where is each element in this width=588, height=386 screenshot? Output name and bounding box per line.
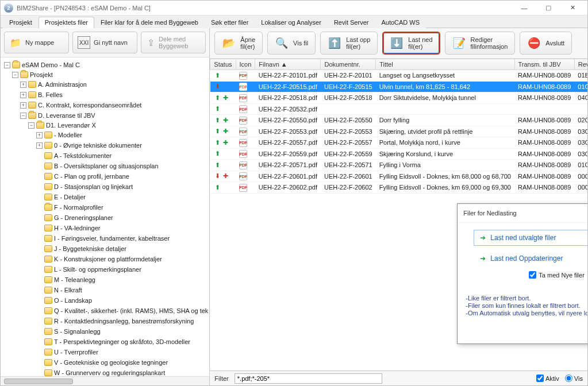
tree-item[interactable]: H - VA-ledninger — [54, 223, 101, 233]
folder-icon — [44, 204, 52, 211]
table-row[interactable]: ⬇✚PDFUEH-22-F-20601.pdfUEH-22-F-20601Fyl… — [210, 171, 587, 182]
download-selected-option[interactable]: ➔ Last ned utvalgte filer — [474, 230, 587, 246]
col-status[interactable]: Status — [210, 59, 236, 70]
table-row[interactable]: ⬆✚PDFUEH-22-F-20518.pdfUEH-22-F-20518Dor… — [210, 92, 587, 104]
tree-item[interactable]: N - Elkraft — [54, 285, 82, 295]
view-file-button[interactable]: 🔍 Vis fil — [267, 32, 316, 55]
tree-item-selected[interactable]: F - Normalprofiler — [54, 203, 103, 212]
tree-item[interactable]: U - Tverrprofiler — [54, 348, 98, 357]
tree-item[interactable]: B - Oversiktsplaner og situasjonsplan — [54, 161, 159, 171]
tree-item[interactable]: A. Administrasjon — [38, 80, 87, 89]
table-row[interactable]: ⬆PDFUEH-22-F-20101.pdfUEH-22-F-20101Lang… — [210, 70, 587, 82]
cell-filnavn: UEH-22-F-20515.pdf — [255, 81, 321, 92]
maximize-button[interactable]: ▢ — [537, 2, 560, 14]
table-row[interactable]: ⬆✚PDFUEH-22-F-20553.pdfUEH-22-F-20553Skj… — [210, 126, 587, 137]
upload-files-button[interactable]: ⬆️ Last oppfil(er) — [320, 32, 378, 55]
vis-radio[interactable] — [565, 375, 572, 382]
table-row[interactable]: ⬆✚PDFUEH-22-F-20557.pdfUEH-22-F-20557Por… — [210, 137, 587, 149]
tree-item[interactable]: J - Byggetekniske detaljer — [54, 244, 126, 253]
tab-revit-server[interactable]: Revit Server — [328, 17, 375, 28]
tab-autocad-ws[interactable]: AutoCAD WS — [375, 17, 426, 28]
expand-toggle[interactable]: + — [20, 102, 26, 109]
tree-item[interactable]: 0 - Øvrige tekniske dokumenter — [54, 141, 142, 150]
folder-icon — [12, 61, 20, 68]
tree-root[interactable]: eSAM Demo - Mal C — [22, 60, 80, 70]
folder-icon — [44, 183, 52, 190]
tab-klare-byggeweb[interactable]: Filer klar for å dele med Byggeweb — [94, 17, 205, 28]
tree-item[interactable]: L - Skilt- og oppmerkingsplaner — [54, 265, 141, 274]
new-folder-button[interactable]: 📁 Ny mappe — [4, 32, 69, 53]
tree-item[interactable]: R - Kontaktledningsanlegg, banestrømsfor… — [54, 316, 194, 326]
filter-input[interactable] — [235, 373, 383, 384]
tree-item[interactable]: W - Grunnerverv og reguleringsplankart — [54, 368, 165, 376]
arrow-right-icon: ➔ — [480, 254, 486, 263]
table-row[interactable]: ⬆PDFUEH-22-F-20571.pdfUEH-22-F-20571Fyll… — [210, 160, 587, 171]
rename-button[interactable]: XXI Gi nytt navn — [72, 32, 137, 53]
edit-fileinfo-button[interactable]: 📝 Redigerfilinformasjon — [445, 32, 516, 55]
expand-toggle[interactable]: − — [12, 72, 18, 78]
download-updates-option[interactable]: ➔ Last ned Oppdateringer — [474, 250, 587, 267]
tree-item[interactable]: - Modeller — [54, 130, 82, 140]
table-row[interactable]: ⬆PDFUEH-22-F-20559.pdfUEH-22-F-20559Skjæ… — [210, 148, 587, 160]
tree-item[interactable]: K - Konstruksjoner og plattformdetaljer — [54, 254, 162, 264]
close-button[interactable]: ✕ — [561, 2, 584, 14]
expand-toggle[interactable]: − — [20, 113, 26, 119]
folder-icon — [44, 142, 52, 149]
tab-sok-filer[interactable]: Søk etter filer — [205, 17, 255, 28]
col-revisjon[interactable]: Revisjon — [574, 59, 587, 70]
tree-prosjekt[interactable]: Prosjekt — [30, 70, 53, 79]
scroll-thumb[interactable] — [4, 379, 73, 384]
tree-item[interactable]: A - Tekstdokumenter — [54, 151, 112, 160]
tree-item[interactable]: C - Plan og profil, jernbane — [54, 172, 129, 181]
expand-toggle[interactable]: + — [20, 82, 26, 88]
folder-tree[interactable]: −eSAM Demo - Mal C −Prosjekt +A. Adminis… — [1, 57, 209, 376]
col-transm[interactable]: Transm. til JBV — [514, 59, 574, 70]
cell-revisjon: 03C — [574, 148, 587, 160]
col-filnavn[interactable]: Filnavn ▲ — [255, 59, 321, 70]
filter-vis-radio[interactable]: Vis — [565, 375, 583, 382]
tree-hscrollbar[interactable] — [1, 376, 209, 385]
table-row[interactable]: ⬆✚PDFUEH-22-F-20550.pdfUEH-22-F-20550Dor… — [210, 115, 587, 126]
expand-toggle[interactable]: + — [36, 142, 43, 149]
open-files-button[interactable]: 📂 Åpnefil(er) — [214, 32, 263, 55]
expand-toggle[interactable]: + — [36, 132, 43, 138]
tree-item[interactable]: C. Kontrakt, korrespondanseområdet — [38, 101, 141, 110]
tab-lokaliser[interactable]: Lokaliser og Analyser — [255, 17, 328, 28]
tree-item[interactable]: V - Geotekniske og geologiske tegninger — [54, 358, 168, 367]
table-row[interactable]: ⬆PDFUEH-22-F-20532.pdf — [210, 103, 587, 115]
expand-toggle[interactable]: + — [20, 92, 26, 98]
tree-item[interactable]: O - Landskap — [54, 296, 92, 305]
col-dokumentnr[interactable]: Dokumentnr. — [321, 59, 376, 70]
cell-status: ⬆ — [210, 160, 236, 171]
tree-item[interactable]: B. Felles — [38, 90, 63, 99]
expand-toggle[interactable]: − — [4, 62, 10, 68]
tab-prosjekt[interactable]: Prosjekt — [3, 17, 39, 28]
tree-item[interactable]: I - Føringsveier, fundamenter, kabeltras… — [54, 234, 170, 243]
tree-item[interactable]: Q - Kvalitet-, sikkerhet- (inkl. RAMS), … — [54, 306, 208, 315]
right-toolbar: 📂 Åpnefil(er) 🔍 Vis fil ⬆️ Last oppfil(e… — [210, 28, 587, 59]
tree-item[interactable]: D. Leveranse til JBV — [38, 111, 95, 120]
download-label: Last nedfil(er) — [408, 36, 432, 50]
download-files-button[interactable]: ⬇️ Last nedfil(er) — [382, 32, 440, 55]
table-row[interactable]: ⬆PDFUEH-22-F-20602.pdfUEH-22-F-20602Fyll… — [210, 182, 587, 194]
tab-prosjektets-filer[interactable]: Prosjektets filer — [39, 17, 94, 28]
col-tittel[interactable]: Tittel — [376, 59, 514, 70]
col-icon[interactable]: Icon — [236, 59, 255, 70]
table-row[interactable]: ⬇PDFUEH-22-F-20515.pdfUEH-22-F-20515Ulvi… — [210, 81, 587, 92]
minimize-button[interactable]: — — [513, 2, 536, 14]
tree-item[interactable]: G - Dreneringsplaner — [54, 213, 113, 222]
share-byggeweb-button[interactable]: ⇪ Dele med Byggeweb — [141, 32, 206, 53]
filter-aktiv-checkbox[interactable]: Aktiv — [536, 375, 559, 382]
tree-item[interactable]: E - Detaljer — [54, 192, 86, 202]
exit-button[interactable]: ⛔ Avslutt — [520, 32, 572, 55]
tree-item[interactable]: D1. Leverandør X — [46, 121, 96, 130]
tree-item[interactable]: T - Perspektivtegninger og skråfoto, 3D-… — [54, 337, 190, 346]
tree-item[interactable]: M - Teleanlegg — [54, 275, 95, 284]
aktiv-checkbox[interactable] — [536, 375, 544, 382]
tree-item[interactable]: D - Stasjonsplan og linjekart — [54, 182, 133, 191]
include-new-files-checkbox[interactable] — [529, 271, 536, 279]
cell-status: ⬆✚ — [210, 137, 236, 149]
expand-toggle[interactable]: − — [28, 122, 34, 129]
tree-item[interactable]: S - Signalanlegg — [54, 327, 101, 336]
folder-icon — [36, 122, 44, 129]
